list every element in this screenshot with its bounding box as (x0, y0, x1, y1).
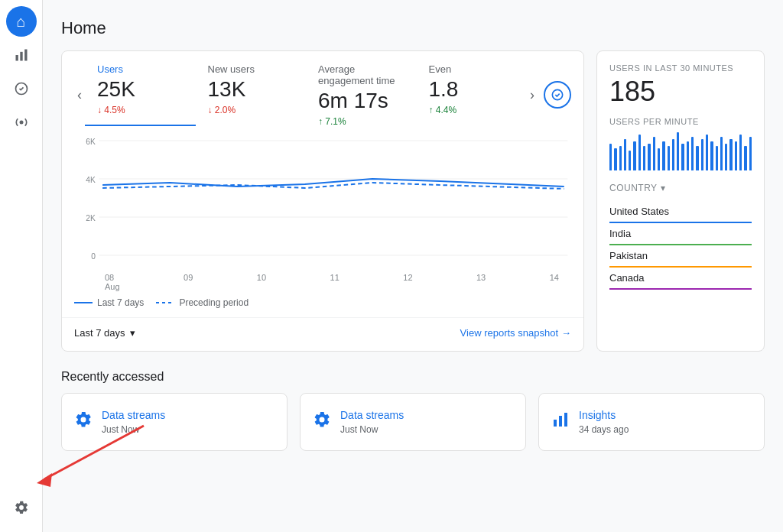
recent-card-1-title: Data streams (340, 409, 404, 421)
bar-item (710, 141, 713, 170)
bar-item (672, 139, 674, 170)
view-snapshot-link[interactable]: View reports snapshot → (460, 327, 571, 339)
bar-item (619, 146, 622, 170)
svg-text:4K: 4K (86, 174, 95, 183)
country-list: United States India Pakistan Canada (609, 201, 752, 290)
view-snapshot-label: View reports snapshot (460, 327, 558, 339)
svg-rect-14 (554, 420, 557, 427)
users-30min-count: 185 (609, 76, 752, 108)
metrics-next-button[interactable]: › (527, 84, 538, 106)
recent-card-2-time: 34 days ago (579, 424, 629, 435)
dropdown-chevron-icon: ▾ (130, 327, 135, 339)
metric-engagement: Average engagement time 6m 17s ↑ 7.1% (306, 63, 417, 127)
bar-item (706, 135, 708, 170)
recent-card-0-info: Data streams Just Now (102, 409, 165, 435)
metric-even-label: Even (429, 63, 515, 75)
bar-item (720, 137, 723, 170)
bar-item (629, 151, 631, 170)
bar-item (739, 135, 742, 170)
recent-card-1-time: Just Now (340, 424, 404, 435)
sidebar-signal-icon[interactable] (6, 107, 37, 138)
bar-item (677, 132, 679, 170)
svg-text:6K: 6K (86, 136, 95, 145)
metric-users-change: ↓ 4.5% (97, 105, 184, 115)
x-label-0: 08Aug (105, 273, 120, 291)
bar-item (729, 139, 732, 170)
bar-item (662, 141, 664, 170)
recent-card-2-icon (551, 410, 570, 433)
metrics-prev-button[interactable]: ‹ (74, 84, 85, 106)
sidebar-barchart-icon[interactable] (6, 40, 37, 70)
line-chart: 6K 4K 2K 0 (74, 133, 571, 267)
users-30min-label: USERS IN LAST 30 MINUTES (609, 63, 752, 73)
metric-new-users-value: 13K (208, 78, 294, 102)
metric-even-change: ↑ 4.4% (429, 105, 515, 115)
card-footer: Last 7 days ▾ View reports snapshot → (62, 317, 583, 351)
recent-card-1[interactable]: Data streams Just Now (300, 393, 526, 451)
legend-solid-label: Last 7 days (97, 297, 144, 308)
country-item-usa[interactable]: United States (609, 201, 752, 223)
metric-even-value: 1.8 (429, 78, 515, 102)
users-per-minute-chart (609, 132, 752, 170)
bar-item (691, 137, 694, 170)
svg-point-5 (552, 90, 562, 100)
svg-rect-15 (559, 416, 562, 427)
metric-engagement-value: 6m 17s (318, 89, 404, 113)
svg-text:0: 0 (91, 251, 96, 260)
bar-item (668, 146, 670, 170)
x-label-1: 09 (184, 273, 193, 291)
right-panel: USERS IN LAST 30 MINUTES 185 USERS PER M… (596, 50, 765, 352)
recently-accessed-list: Data streams Just Now Data streams Just … (61, 393, 765, 451)
recent-card-0-time: Just Now (102, 424, 165, 435)
bar-item (716, 146, 718, 170)
x-label-6: 14 (550, 273, 559, 291)
bar-item (648, 144, 650, 170)
bar-item (696, 146, 698, 170)
sidebar-home-icon[interactable]: ⌂ (6, 6, 37, 37)
country-label: COUNTRY (609, 183, 658, 193)
bar-item (633, 141, 635, 170)
date-range-selector[interactable]: Last 7 days ▾ (74, 327, 135, 339)
metric-users-label: Users (97, 63, 184, 75)
recent-card-2-title: Insights (579, 409, 629, 421)
bar-item (653, 137, 655, 170)
bar-item (643, 146, 645, 170)
legend-dashed: Preceding period (156, 297, 249, 308)
recent-card-2[interactable]: Insights 34 days ago (538, 393, 765, 451)
svg-rect-1 (20, 52, 22, 61)
svg-text:2K: 2K (86, 212, 95, 222)
x-label-3: 11 (330, 273, 340, 291)
country-dropdown[interactable]: COUNTRY ▾ (609, 183, 752, 193)
recent-card-2-info: Insights 34 days ago (579, 409, 629, 435)
legend-dashed-label: Preceding period (179, 297, 249, 308)
country-item-india[interactable]: India (609, 223, 752, 245)
chart-legend: Last 7 days Preceding period (62, 291, 583, 317)
legend-solid: Last 7 days (74, 297, 144, 308)
legend-dashed-line (156, 302, 174, 303)
bar-item (658, 148, 660, 170)
svg-point-4 (19, 121, 23, 125)
bar-item (749, 137, 752, 170)
recent-card-0[interactable]: Data streams Just Now (61, 393, 288, 451)
bar-item (624, 139, 626, 170)
metric-users: Users 25K ↓ 4.5% (85, 63, 196, 126)
bar-item (701, 139, 703, 170)
x-label-5: 13 (476, 273, 486, 291)
recently-accessed-title: Recently accessed (61, 370, 765, 384)
metrics-row: ‹ Users 25K ↓ 4.5% New users 13K ↓ 2.0% … (62, 51, 583, 127)
main-content: Home ‹ Users 25K ↓ 4.5% New users 13K ↓ … (43, 0, 783, 532)
country-item-canada[interactable]: Canada (609, 268, 752, 290)
bar-item (638, 135, 641, 170)
metric-even: Even 1.8 ↑ 4.4% (417, 63, 528, 115)
content-row: ‹ Users 25K ↓ 4.5% New users 13K ↓ 2.0% … (61, 50, 765, 352)
country-item-pakistan[interactable]: Pakistan (609, 245, 752, 268)
sidebar-settings-icon[interactable] (6, 492, 37, 523)
svg-rect-0 (15, 55, 18, 61)
chart-area: 6K 4K 2K 0 08Aug 09 (62, 127, 583, 291)
sidebar-check-icon[interactable] (6, 73, 37, 104)
svg-rect-16 (564, 413, 567, 427)
main-analytics-card: ‹ Users 25K ↓ 4.5% New users 13K ↓ 2.0% … (61, 50, 584, 352)
bar-item (681, 144, 684, 170)
chart-x-labels: 08Aug 09 10 11 12 13 14 (74, 270, 571, 291)
bar-item (614, 148, 616, 170)
